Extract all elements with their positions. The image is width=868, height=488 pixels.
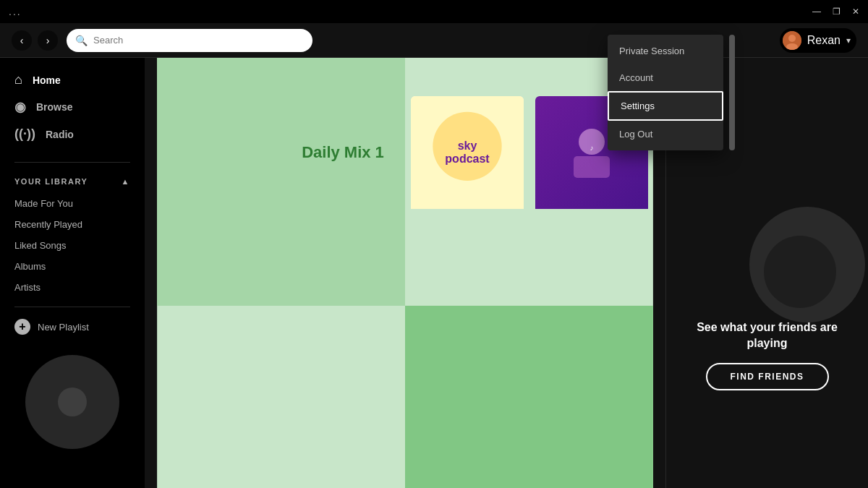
- card-daily-mix[interactable]: Daily Mix 1 Daily Mix 1 Jake Scott, Lauv…: [286, 96, 399, 288]
- sidebar-radio-label: Radio: [46, 129, 74, 140]
- dropdown-item-account[interactable]: Account: [608, 64, 723, 91]
- sidebar-divider-2: [14, 307, 130, 307]
- sidebar-nav: ⌂ Home ◉ Browse ((·)) Radio: [0, 58, 145, 156]
- sidebar-item-albums[interactable]: Albums: [0, 256, 145, 277]
- title-bar-dots: ...: [9, 6, 22, 17]
- title-bar-controls[interactable]: — ❐ ✕: [812, 7, 859, 17]
- recently-played-grid: CUTEPRINT Sleeping Pill with Inka Relaxi…: [162, 96, 648, 288]
- close-button[interactable]: ✕: [852, 7, 859, 17]
- maximize-button[interactable]: ❐: [833, 7, 841, 17]
- svg-rect-6: [286, 96, 399, 288]
- dropdown-item-logout[interactable]: Log Out: [608, 121, 723, 147]
- dropdown-menu: Private Session Account Settings Log Out: [608, 35, 723, 150]
- daily-mix-bg: [286, 96, 399, 288]
- sidebar-item-made-for-you[interactable]: Made For You: [0, 193, 145, 214]
- card-image-skypodcast: skypodcast: [411, 96, 524, 209]
- search-bar[interactable]: 🔍: [67, 29, 312, 52]
- avatar: [783, 31, 801, 50]
- sidebar-album-art: [25, 355, 119, 449]
- plus-circle-icon: +: [14, 319, 30, 335]
- sidebar-item-liked-songs[interactable]: Liked Songs: [0, 235, 145, 256]
- nav-forward-button[interactable]: ›: [38, 30, 58, 51]
- card-image-daily-mix: Daily Mix 1: [286, 96, 399, 209]
- find-friends-button[interactable]: FIND FRIENDS: [706, 363, 829, 390]
- title-bar: ... — ❐ ✕: [0, 0, 868, 23]
- user-name: Rexan: [807, 34, 841, 47]
- dropdown-item-private-session[interactable]: Private Session: [608, 38, 723, 64]
- new-playlist-label: New Playlist: [38, 322, 89, 333]
- home-icon: ⌂: [14, 72, 22, 87]
- sidebar-item-radio[interactable]: ((·)) Radio: [0, 121, 145, 147]
- sidebar-item-artists[interactable]: Artists: [0, 277, 145, 298]
- svg-point-1: [788, 35, 796, 42]
- svg-text:♪: ♪: [590, 144, 594, 152]
- dropdown-item-settings[interactable]: Settings: [608, 91, 723, 121]
- sidebar-item-browse[interactable]: ◉ Browse: [0, 93, 145, 121]
- skypodcast-text: skypodcast: [445, 140, 489, 166]
- sidebar-album-inner: [58, 388, 87, 416]
- sidebar-library-header: YOUR LIBRARY ▲: [0, 168, 145, 190]
- user-badge[interactable]: Rexan ▾: [780, 28, 856, 53]
- radio-icon: ((·)): [14, 127, 35, 142]
- library-label: YOUR LIBRARY: [14, 177, 88, 186]
- sidebar-item-recently-played[interactable]: Recently Played: [0, 214, 145, 235]
- search-icon: 🔍: [75, 35, 88, 46]
- sidebar-divider: [14, 162, 130, 163]
- nav-arrows: ‹ ›: [12, 30, 58, 51]
- top-bar: ‹ › 🔍 Rexan ▾ Private Session Account Se…: [0, 23, 868, 58]
- circle-bg-2: [764, 236, 836, 308]
- browse-icon: ◉: [14, 99, 26, 115]
- sidebar-home-label: Home: [33, 74, 61, 86]
- dropdown-scroll-indicator: [729, 35, 735, 150]
- right-panel-text: See what your friends are playing: [684, 320, 851, 352]
- new-playlist-button[interactable]: + New Playlist: [0, 313, 145, 341]
- sidebar-library-items: Made For You Recently Played Liked Songs…: [0, 190, 145, 301]
- search-input[interactable]: [93, 35, 304, 46]
- main-content: Recently Played CUTEPRINT Sleeping Pill …: [145, 58, 665, 488]
- svg-rect-11: [574, 156, 610, 178]
- sidebar-item-home[interactable]: ⌂ Home: [0, 67, 145, 93]
- chevron-down-icon: ▾: [846, 35, 851, 46]
- nav-back-button[interactable]: ‹: [12, 30, 32, 51]
- library-expand-icon[interactable]: ▲: [122, 177, 130, 186]
- top-bar-right: Rexan ▾: [780, 28, 856, 53]
- content-and-right: ⌂ Home ◉ Browse ((·)) Radio YOUR LIBRARY…: [0, 58, 868, 488]
- right-panel-decoration: [684, 221, 851, 308]
- daily-mix-text: Daily Mix 1: [302, 143, 384, 162]
- minimize-button[interactable]: —: [812, 7, 821, 17]
- sidebar-browse-label: Browse: [36, 101, 73, 113]
- sidebar: ⌂ Home ◉ Browse ((·)) Radio YOUR LIBRARY…: [0, 58, 145, 488]
